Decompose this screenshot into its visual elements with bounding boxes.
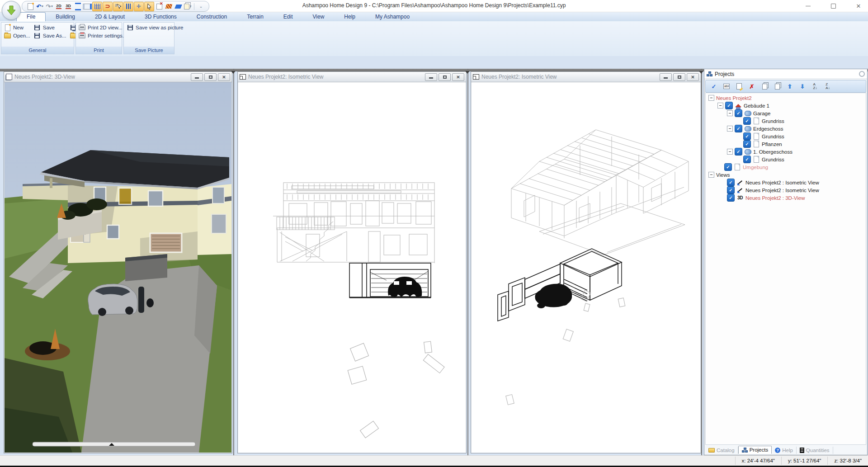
collapse-icon[interactable] (727, 110, 733, 116)
tree-item-isometric-view[interactable]: ✓Neues Projekt2 : Isometric View (706, 179, 866, 186)
move-up-icon[interactable]: ⬆ (784, 82, 795, 91)
app-logo-icon[interactable] (2, 1, 21, 20)
mdi-splitter-3[interactable] (701, 69, 702, 455)
restore-button[interactable] (827, 1, 839, 10)
delete-box-icon[interactable] (155, 2, 164, 11)
menu-item-save[interactable]: Save (33, 24, 69, 32)
tab-3d-functions[interactable]: 3D Functions (135, 13, 187, 21)
child-window-titlebar[interactable]: Neues Projekt2: Isometric View ✕ (238, 72, 466, 82)
tree-item-erdgeschoss[interactable]: ✓Erdgeschoss (706, 125, 866, 132)
crosshair-icon[interactable]: ✛ (134, 2, 144, 11)
collapse-icon[interactable] (717, 103, 723, 108)
tree-item-grundriss[interactable]: ✓Grundriss (706, 117, 866, 125)
checkbox[interactable]: ✓ (725, 102, 733, 109)
tab-help[interactable]: ?Help (772, 447, 797, 454)
sort-za-icon[interactable]: ZA↓ (822, 82, 833, 91)
tab-quantities[interactable]: Quantities (797, 447, 833, 454)
child-minimize-button[interactable] (425, 73, 437, 81)
menu-item-open[interactable]: Open... (3, 32, 33, 40)
parallel-lines-icon[interactable] (123, 2, 133, 11)
child-window-titlebar[interactable]: Neues Projekt2: 3D-View ✕ (4, 72, 232, 82)
child-minimize-button[interactable] (660, 73, 672, 81)
collapse-icon[interactable] (727, 126, 733, 132)
tab-terrain[interactable]: Terrain (237, 13, 274, 21)
surface-icon[interactable] (174, 2, 183, 11)
confirm-icon[interactable]: ✓ (708, 82, 719, 91)
tree-item-pflanzen[interactable]: ✓Pflanzen (706, 140, 866, 148)
child-restore-button[interactable] (673, 73, 685, 81)
child-restore-button[interactable] (439, 73, 451, 81)
mdi-splitter-2[interactable] (467, 69, 468, 455)
checkbox[interactable]: ✓ (743, 117, 751, 125)
tree-item-project[interactable]: Neues Projekt2 (706, 94, 866, 102)
tree-item-grundriss[interactable]: ✓Grundriss (706, 156, 866, 163)
child-close-button[interactable]: ✕ (452, 73, 464, 81)
checkbox[interactable]: ✓ (724, 163, 732, 171)
checkbox[interactable]: ✓ (743, 156, 751, 163)
checkbox[interactable]: ✓ (735, 148, 742, 156)
menu-item-new[interactable]: New (3, 24, 33, 32)
tab-edit[interactable]: Edit (274, 13, 303, 21)
tab-view[interactable]: View (303, 13, 335, 21)
tab-my-ashampoo[interactable]: My Ashampoo (365, 13, 420, 21)
sort-az-icon[interactable]: AZ↓ (810, 82, 821, 91)
tree-item-umgebung[interactable]: ✓Umgebung (706, 163, 866, 171)
cursor-icon[interactable] (144, 2, 154, 11)
snap-magnet-icon[interactable]: ⊃ (103, 2, 113, 11)
tree-item-obergeschoss[interactable]: ✓1. Obergeschoss (706, 148, 866, 156)
isometric-viewport[interactable] (472, 82, 700, 453)
duplicate-icon[interactable] (772, 82, 783, 91)
tree-item-grundriss[interactable]: ✓Grundriss (706, 132, 866, 140)
undo-icon[interactable]: ↶▾ (35, 2, 44, 11)
select-rays-icon[interactable] (113, 2, 123, 11)
2d-view-icon[interactable]: 2D (54, 2, 63, 11)
tree-item-garage[interactable]: ✓Garage (706, 109, 866, 117)
elevation-viewport[interactable] (238, 82, 466, 453)
child-minimize-button[interactable] (191, 73, 203, 81)
child-close-button[interactable]: ✕ (687, 73, 699, 81)
overflow-icon[interactable]: ⌄ (196, 2, 205, 11)
delete-icon[interactable]: ✗ (746, 82, 757, 91)
rename-icon[interactable]: abl (721, 82, 732, 91)
tab-file[interactable]: File (16, 12, 46, 21)
menu-item-print-2d[interactable]: Print 2D view... (78, 24, 129, 32)
move-down-icon[interactable]: ⬇ (797, 82, 808, 91)
redo-icon[interactable]: ↷▾ (45, 2, 54, 11)
child-window-titlebar[interactable]: Neues Projekt2: Isometric View ✕ (471, 72, 701, 82)
tab-2d-layout[interactable]: 2D & Layout (85, 13, 135, 21)
tree-item-3d-view[interactable]: ✓3DNeues Projekt2 : 3D-View (706, 194, 866, 202)
grid-icon[interactable] (92, 2, 102, 11)
tab-help[interactable]: Help (334, 13, 365, 21)
collapse-icon[interactable] (708, 172, 714, 178)
checkbox[interactable]: ✓ (727, 179, 735, 186)
tree-item-views[interactable]: Views (706, 171, 866, 179)
menu-item-save-view-as-picture[interactable]: Save view as picture (126, 24, 186, 32)
mdi-splitter-1[interactable] (233, 69, 234, 455)
checkbox[interactable]: ✓ (727, 186, 735, 194)
checkbox[interactable]: ✓ (743, 132, 751, 140)
3d-viewport[interactable] (5, 82, 231, 453)
menu-item-save-as[interactable]: Save As... (33, 32, 69, 40)
split-vertical-icon[interactable] (83, 2, 92, 11)
panel-pin-icon[interactable] (859, 71, 865, 77)
tab-projects[interactable]: Projects (738, 446, 772, 454)
tree-item-isometric-view[interactable]: ✓Neues Projekt2 : Isometric View (706, 186, 866, 194)
copy-item-icon[interactable] (759, 82, 770, 91)
checkbox[interactable]: ✓ (735, 109, 742, 117)
collapse-icon[interactable] (727, 149, 733, 155)
walkthrough-slider[interactable] (33, 442, 195, 446)
split-horizontal-icon[interactable] (73, 2, 82, 11)
checkbox[interactable]: ✓ (735, 125, 742, 132)
close-button[interactable]: ✕ (853, 1, 864, 10)
tab-building[interactable]: Building (46, 13, 85, 21)
minimize-button[interactable] (802, 1, 814, 10)
tree-item-building[interactable]: ✓Gebäude 1 (706, 102, 866, 109)
roof-texture-icon[interactable] (164, 2, 173, 11)
checkbox[interactable]: ✓ (743, 140, 751, 148)
checkbox[interactable]: ✓ (727, 194, 735, 202)
menu-item-printer-settings[interactable]: Printer settings... (78, 32, 129, 40)
title-bar[interactable]: ↶▾ ↷▾ 2D 3D ⊃ ✛ ▾ ⌄ Ashampoo Home Design… (0, 0, 868, 12)
tab-catalog[interactable]: Catalog (705, 447, 738, 454)
copy-icon[interactable]: ▾ (183, 2, 192, 11)
child-close-button[interactable]: ✕ (218, 73, 230, 81)
